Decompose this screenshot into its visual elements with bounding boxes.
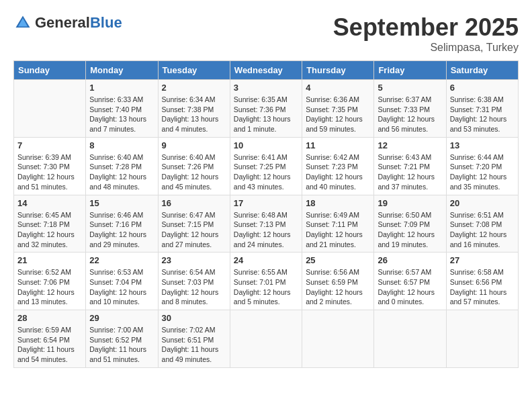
calendar-cell: 5Sunrise: 6:37 AMSunset: 7:33 PMDaylight… — [374, 80, 446, 138]
calendar-cell: 1Sunrise: 6:33 AMSunset: 7:40 PMDaylight… — [86, 80, 158, 138]
calendar-cell: 4Sunrise: 6:36 AMSunset: 7:35 PMDaylight… — [302, 80, 374, 138]
calendar-cell: 15Sunrise: 6:46 AMSunset: 7:16 PMDayligh… — [86, 195, 158, 253]
day-info: Sunrise: 6:39 AMSunset: 7:30 PMDaylight:… — [17, 152, 82, 192]
day-number: 28 — [17, 313, 82, 323]
day-info: Sunrise: 6:56 AMSunset: 6:59 PMDaylight:… — [306, 267, 370, 307]
calendar-cell: 11Sunrise: 6:42 AMSunset: 7:23 PMDayligh… — [302, 137, 374, 195]
day-number: 3 — [234, 83, 298, 93]
day-info: Sunrise: 6:40 AMSunset: 7:26 PMDaylight:… — [162, 152, 226, 192]
calendar-cell: 2Sunrise: 6:34 AMSunset: 7:38 PMDaylight… — [158, 80, 230, 138]
logo-blue: Blue — [90, 14, 122, 31]
day-info: Sunrise: 7:00 AMSunset: 6:52 PMDaylight:… — [89, 325, 154, 365]
day-info: Sunrise: 6:53 AMSunset: 7:04 PMDaylight:… — [89, 267, 154, 307]
calendar-table: SundayMondayTuesdayWednesdayThursdayFrid… — [13, 60, 519, 368]
day-number: 16 — [162, 198, 226, 208]
day-number: 10 — [234, 140, 298, 150]
month-title: September 2025 — [333, 13, 519, 42]
day-info: Sunrise: 6:47 AMSunset: 7:15 PMDaylight:… — [162, 210, 226, 250]
calendar-cell — [374, 310, 446, 368]
calendar-cell: 9Sunrise: 6:40 AMSunset: 7:26 PMDaylight… — [158, 137, 230, 195]
day-number: 23 — [162, 255, 226, 265]
day-number: 9 — [162, 140, 226, 150]
day-info: Sunrise: 6:46 AMSunset: 7:16 PMDaylight:… — [89, 210, 154, 250]
logo-general: General — [35, 14, 90, 31]
calendar-cell: 28Sunrise: 6:59 AMSunset: 6:54 PMDayligh… — [14, 310, 86, 368]
calendar-cell: 24Sunrise: 6:55 AMSunset: 7:01 PMDayligh… — [230, 253, 302, 310]
day-number: 15 — [89, 198, 154, 208]
day-info: Sunrise: 6:42 AMSunset: 7:23 PMDaylight:… — [306, 152, 370, 192]
day-number: 24 — [234, 255, 298, 265]
calendar-cell — [446, 310, 518, 368]
day-info: Sunrise: 6:57 AMSunset: 6:57 PMDaylight:… — [378, 267, 442, 307]
day-number: 17 — [234, 198, 298, 208]
day-number: 4 — [306, 83, 370, 93]
calendar-header-friday: Friday — [374, 61, 446, 80]
calendar-cell: 27Sunrise: 6:58 AMSunset: 6:56 PMDayligh… — [446, 253, 518, 310]
day-number: 5 — [378, 83, 442, 93]
day-number: 11 — [306, 140, 370, 150]
day-info: Sunrise: 6:43 AMSunset: 7:21 PMDaylight:… — [378, 152, 442, 192]
day-number: 21 — [17, 255, 82, 265]
day-number: 27 — [450, 255, 515, 265]
day-number: 22 — [89, 255, 154, 265]
day-number: 7 — [17, 140, 82, 150]
day-info: Sunrise: 6:50 AMSunset: 7:09 PMDaylight:… — [378, 210, 442, 250]
calendar-cell: 30Sunrise: 7:02 AMSunset: 6:51 PMDayligh… — [158, 310, 230, 368]
calendar-cell: 22Sunrise: 6:53 AMSunset: 7:04 PMDayligh… — [86, 253, 158, 310]
page-header: GeneralBlue September 2025 Selimpasa, Tu… — [13, 13, 519, 54]
day-number: 1 — [89, 83, 154, 93]
calendar-week-row: 7Sunrise: 6:39 AMSunset: 7:30 PMDaylight… — [14, 137, 519, 195]
day-number: 8 — [89, 140, 154, 150]
calendar-cell: 16Sunrise: 6:47 AMSunset: 7:15 PMDayligh… — [158, 195, 230, 253]
calendar-header-monday: Monday — [86, 61, 158, 80]
location-title: Selimpasa, Turkey — [333, 42, 519, 54]
day-info: Sunrise: 6:52 AMSunset: 7:06 PMDaylight:… — [17, 267, 82, 307]
day-info: Sunrise: 6:51 AMSunset: 7:08 PMDaylight:… — [450, 210, 515, 250]
calendar-cell — [302, 310, 374, 368]
day-number: 25 — [306, 255, 370, 265]
day-info: Sunrise: 6:36 AMSunset: 7:35 PMDaylight:… — [306, 95, 370, 134]
calendar-header-row: SundayMondayTuesdayWednesdayThursdayFrid… — [14, 61, 519, 80]
calendar-cell: 17Sunrise: 6:48 AMSunset: 7:13 PMDayligh… — [230, 195, 302, 253]
calendar-cell: 21Sunrise: 6:52 AMSunset: 7:06 PMDayligh… — [14, 253, 86, 310]
calendar-header-thursday: Thursday — [302, 61, 374, 80]
day-number: 20 — [450, 198, 515, 208]
calendar-cell: 8Sunrise: 6:40 AMSunset: 7:28 PMDaylight… — [86, 137, 158, 195]
day-info: Sunrise: 6:54 AMSunset: 7:03 PMDaylight:… — [162, 267, 226, 307]
day-info: Sunrise: 6:44 AMSunset: 7:20 PMDaylight:… — [450, 152, 515, 192]
calendar-cell: 3Sunrise: 6:35 AMSunset: 7:36 PMDaylight… — [230, 80, 302, 138]
calendar-cell: 23Sunrise: 6:54 AMSunset: 7:03 PMDayligh… — [158, 253, 230, 310]
calendar-header-saturday: Saturday — [446, 61, 518, 80]
calendar-cell: 13Sunrise: 6:44 AMSunset: 7:20 PMDayligh… — [446, 137, 518, 195]
calendar-cell: 7Sunrise: 6:39 AMSunset: 7:30 PMDaylight… — [14, 137, 86, 195]
day-info: Sunrise: 6:40 AMSunset: 7:28 PMDaylight:… — [89, 152, 154, 192]
day-number: 26 — [378, 255, 442, 265]
day-number: 14 — [17, 198, 82, 208]
day-info: Sunrise: 6:37 AMSunset: 7:33 PMDaylight:… — [378, 95, 442, 134]
day-number: 19 — [378, 198, 442, 208]
day-info: Sunrise: 6:33 AMSunset: 7:40 PMDaylight:… — [89, 95, 154, 134]
calendar-cell: 6Sunrise: 6:38 AMSunset: 7:31 PMDaylight… — [446, 80, 518, 138]
day-number: 13 — [450, 140, 515, 150]
calendar-cell: 14Sunrise: 6:45 AMSunset: 7:18 PMDayligh… — [14, 195, 86, 253]
calendar-cell — [14, 80, 86, 138]
day-info: Sunrise: 6:34 AMSunset: 7:38 PMDaylight:… — [162, 95, 226, 134]
calendar-cell: 20Sunrise: 6:51 AMSunset: 7:08 PMDayligh… — [446, 195, 518, 253]
day-info: Sunrise: 6:41 AMSunset: 7:25 PMDaylight:… — [234, 152, 298, 192]
day-info: Sunrise: 7:02 AMSunset: 6:51 PMDaylight:… — [162, 325, 226, 365]
calendar-header-wednesday: Wednesday — [230, 61, 302, 80]
day-number: 2 — [162, 83, 226, 93]
day-number: 12 — [378, 140, 442, 150]
calendar-cell: 10Sunrise: 6:41 AMSunset: 7:25 PMDayligh… — [230, 137, 302, 195]
calendar-cell: 26Sunrise: 6:57 AMSunset: 6:57 PMDayligh… — [374, 253, 446, 310]
calendar-cell: 18Sunrise: 6:49 AMSunset: 7:11 PMDayligh… — [302, 195, 374, 253]
calendar-cell: 29Sunrise: 7:00 AMSunset: 6:52 PMDayligh… — [86, 310, 158, 368]
calendar-cell: 19Sunrise: 6:50 AMSunset: 7:09 PMDayligh… — [374, 195, 446, 253]
day-number: 18 — [306, 198, 370, 208]
calendar-cell: 12Sunrise: 6:43 AMSunset: 7:21 PMDayligh… — [374, 137, 446, 195]
day-info: Sunrise: 6:59 AMSunset: 6:54 PMDaylight:… — [17, 325, 82, 365]
title-block: September 2025 Selimpasa, Turkey — [333, 13, 519, 54]
day-info: Sunrise: 6:35 AMSunset: 7:36 PMDaylight:… — [234, 95, 298, 134]
logo: GeneralBlue — [13, 13, 122, 32]
day-info: Sunrise: 6:49 AMSunset: 7:11 PMDaylight:… — [306, 210, 370, 250]
